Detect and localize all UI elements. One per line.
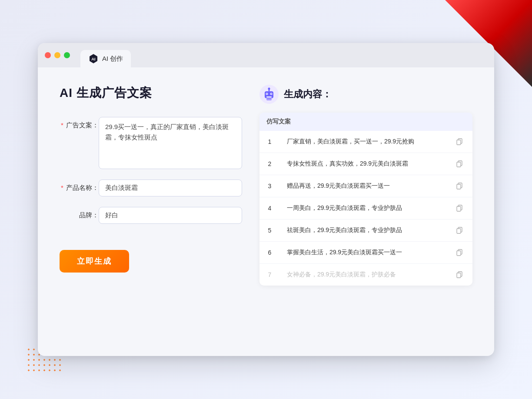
copy-cell — [446, 197, 472, 219]
minimize-button[interactable] — [54, 52, 60, 58]
left-panel: AI 生成广告文案 * 广告文案： 29.9买一送一，真正的厂家直销，美白淡斑霜… — [60, 85, 242, 339]
svg-rect-21 — [457, 229, 461, 233]
row-text: 一周美白，29.9元美白淡斑霜，专业护肤品 — [280, 197, 446, 219]
copy-button[interactable] — [453, 158, 466, 170]
browser-tab[interactable]: AI AI 创作 — [80, 50, 131, 67]
svg-rect-23 — [457, 251, 461, 256]
table-row: 2专抹女性斑点，真实功效，29.9元美白淡斑霜 — [259, 153, 472, 175]
table-row: 1厂家直销，美白淡斑霜，买一送一，29.9元抢购 — [259, 131, 472, 153]
svg-rect-15 — [457, 162, 461, 167]
ai-tab-icon: AI — [88, 53, 99, 64]
copy-button[interactable] — [453, 224, 466, 236]
row-text: 掌握美白生活，29.9元美白淡斑霜买一送一 — [280, 242, 446, 264]
svg-rect-19 — [457, 206, 461, 211]
svg-rect-25 — [457, 273, 461, 278]
brand-label: 品牌： — [60, 207, 99, 219]
svg-point-9 — [271, 93, 272, 94]
row-text: 专抹女性斑点，真实功效，29.9元美白淡斑霜 — [280, 153, 446, 175]
close-button[interactable] — [45, 52, 51, 58]
svg-point-5 — [268, 88, 270, 90]
row-number: 7 — [259, 264, 280, 286]
product-name-label-text: 产品名称： — [66, 184, 99, 191]
copy-button[interactable] — [453, 269, 466, 281]
row-number: 2 — [259, 153, 280, 175]
ad-copy-required-star: * — [61, 121, 63, 129]
row-number: 6 — [259, 242, 280, 264]
svg-point-8 — [266, 93, 267, 94]
copy-cell — [446, 219, 472, 242]
browser-window: AI AI 创作 AI 生成广告文案 * 广告文案： 29.9买一送一，真正的厂… — [38, 43, 494, 356]
svg-rect-13 — [457, 140, 461, 145]
row-text: 赠品再送，29.9元美白淡斑霜买一送一 — [280, 175, 446, 197]
product-name-input[interactable] — [99, 180, 242, 196]
row-number: 1 — [259, 131, 280, 153]
brand-input[interactable] — [99, 207, 242, 224]
brand-label-text: 品牌： — [79, 211, 99, 219]
row-text: 厂家直销，美白淡斑霜，买一送一，29.9元抢购 — [280, 131, 446, 153]
results-header: 生成内容： — [259, 85, 472, 104]
table-row: 3赠品再送，29.9元美白淡斑霜买一送一 — [259, 175, 472, 197]
table-row: 7女神必备，29.9元美白淡斑霜，护肤必备 — [259, 264, 472, 286]
copy-cell — [446, 131, 472, 153]
copy-cell — [446, 264, 472, 286]
row-number: 4 — [259, 197, 280, 219]
tab-label: AI 创作 — [102, 55, 123, 63]
right-panel: 生成内容： 仿写文案 1厂家直销，美白淡斑霜，买一送一，29.9元抢购 2专抹女… — [259, 85, 472, 339]
generate-button[interactable]: 立即生成 — [60, 250, 129, 273]
maximize-button[interactable] — [64, 52, 70, 58]
browser-chrome: AI AI 创作 — [38, 43, 494, 67]
ad-copy-label: * 广告文案： — [60, 117, 99, 130]
table-row: 4一周美白，29.9元美白淡斑霜，专业护肤品 — [259, 197, 472, 219]
ad-copy-label-text: 广告文案： — [66, 121, 99, 129]
svg-rect-10 — [266, 96, 272, 98]
table-row: 5祛斑美白，29.9元美白淡斑霜，专业护肤品 — [259, 219, 472, 242]
results-title: 生成内容： — [284, 88, 332, 101]
copy-button[interactable] — [453, 180, 466, 192]
svg-rect-17 — [457, 184, 461, 189]
page-title: AI 生成广告文案 — [60, 85, 242, 101]
browser-content: AI 生成广告文案 * 广告文案： 29.9买一送一，真正的厂家直销，美白淡斑霜… — [38, 67, 494, 356]
copy-cell — [446, 153, 472, 175]
row-text: 祛斑美白，29.9元美白淡斑霜，专业护肤品 — [280, 219, 446, 242]
product-name-label: * 产品名称： — [60, 180, 99, 192]
row-text: 女神必备，29.9元美白淡斑霜，护肤必备 — [280, 264, 446, 286]
robot-icon — [259, 85, 279, 104]
svg-rect-11 — [266, 98, 272, 100]
svg-text:AI: AI — [91, 57, 95, 61]
product-name-group: * 产品名称： — [60, 180, 242, 196]
table-header: 仿写文案 — [259, 113, 472, 131]
row-number: 5 — [259, 219, 280, 242]
ad-copy-input[interactable]: 29.9买一送一，真正的厂家直销，美白淡斑霜，专抹女性斑点 — [99, 117, 242, 169]
results-table: 仿写文案 1厂家直销，美白淡斑霜，买一送一，29.9元抢购 2专抹女性斑点，真实… — [259, 113, 472, 286]
row-number: 3 — [259, 175, 280, 197]
copy-cell — [446, 175, 472, 197]
brand-group: 品牌： — [60, 207, 242, 224]
copy-cell — [446, 242, 472, 264]
copy-button[interactable] — [453, 136, 466, 148]
table-row: 6掌握美白生活，29.9元美白淡斑霜买一送一 — [259, 242, 472, 264]
traffic-lights — [45, 52, 70, 58]
ad-copy-group: * 广告文案： 29.9买一送一，真正的厂家直销，美白淡斑霜，专抹女性斑点 — [60, 117, 242, 169]
copy-button[interactable] — [453, 246, 466, 259]
product-name-required-star: * — [61, 184, 63, 191]
copy-button[interactable] — [453, 202, 466, 214]
